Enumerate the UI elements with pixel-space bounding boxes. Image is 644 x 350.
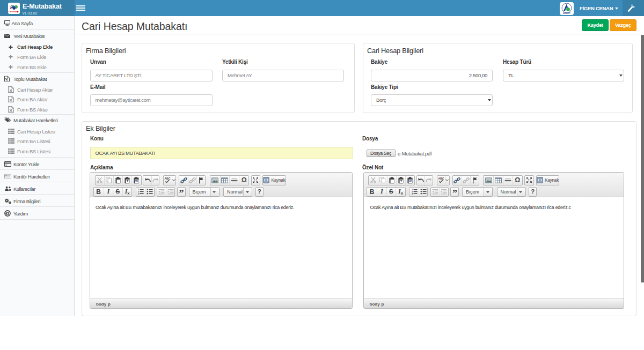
svg-text:W: W bbox=[409, 180, 412, 183]
svg-text:ABC: ABC bbox=[438, 177, 444, 180]
svg-text:T: T bbox=[400, 180, 402, 183]
svg-text:W: W bbox=[136, 180, 139, 183]
svg-text:3: 3 bbox=[412, 192, 413, 195]
svg-text:T: T bbox=[127, 180, 129, 183]
svg-text:e-Mutabakat: e-Mutabakat bbox=[9, 11, 18, 13]
svg-text:3: 3 bbox=[138, 192, 140, 195]
svg-text:ABC: ABC bbox=[165, 177, 171, 180]
svg-text:AKINSOFT: AKINSOFT bbox=[563, 12, 570, 14]
